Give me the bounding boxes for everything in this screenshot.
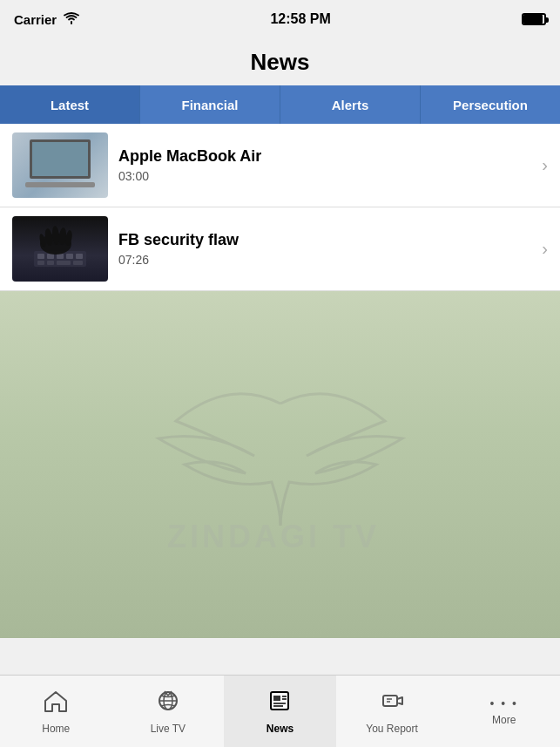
brand-logo: ZINDAGI TV — [0, 291, 560, 638]
page-title: News — [251, 49, 310, 76]
svg-rect-9 — [73, 261, 83, 265]
svg-rect-4 — [66, 254, 73, 259]
youreport-icon — [380, 689, 404, 719]
page-header: News — [0, 38, 560, 85]
time-label: 12:58 PM — [270, 11, 330, 26]
wifi-icon — [64, 12, 79, 27]
svg-rect-6 — [37, 261, 44, 265]
news-thumbnail-1 — [12, 132, 108, 198]
tab-livetv-label: Live TV — [151, 723, 186, 735]
status-bar: Carrier 12:58 PM — [0, 0, 560, 38]
svg-rect-1 — [37, 254, 44, 259]
tab-youreport[interactable]: You Report — [336, 676, 449, 747]
news-list: Apple MacBook Air 03:00 › — [0, 124, 560, 291]
tab-persecution[interactable]: Persecution — [421, 85, 560, 124]
svg-rect-21 — [273, 696, 280, 701]
tab-youreport-label: You Report — [366, 723, 418, 735]
news-time-1: 03:00 — [118, 169, 531, 183]
svg-text:ZINDAGI TV: ZINDAGI TV — [167, 519, 380, 554]
livetv-icon — [156, 689, 180, 719]
tab-latest[interactable]: Latest — [0, 85, 140, 124]
chevron-right-icon-2: › — [542, 239, 548, 259]
tab-more-label: More — [492, 714, 516, 726]
tab-news-label: News — [267, 723, 293, 735]
news-title-2: FB security flaw — [118, 231, 531, 249]
tab-home-label: Home — [42, 723, 70, 735]
news-item-fb[interactable]: FB security flaw 07:26 › — [0, 207, 560, 291]
tab-home[interactable]: Home — [0, 676, 112, 747]
svg-marker-27 — [397, 697, 402, 704]
news-content-2: FB security flaw 07:26 — [108, 231, 542, 267]
watermark-area: ZINDAGI TV — [0, 291, 560, 638]
news-thumbnail-2 — [12, 216, 108, 282]
tab-livetv[interactable]: Live TV — [112, 676, 225, 747]
news-title-1: Apple MacBook Air — [118, 147, 531, 166]
svg-rect-8 — [57, 261, 71, 265]
svg-rect-2 — [47, 254, 54, 259]
carrier-label: Carrier — [14, 12, 57, 27]
news-icon — [267, 689, 292, 719]
more-icon: • • • — [489, 696, 517, 710]
battery-icon — [522, 13, 546, 25]
chevron-right-icon-1: › — [542, 155, 548, 175]
news-item-macbook[interactable]: Apple MacBook Air 03:00 › — [0, 124, 560, 207]
svg-rect-5 — [76, 254, 83, 259]
tab-financial[interactable]: Financial — [140, 85, 280, 124]
home-icon — [44, 689, 68, 719]
news-content-1: Apple MacBook Air 03:00 — [108, 147, 542, 183]
tab-alerts[interactable]: Alerts — [280, 85, 421, 124]
bottom-tab-bar: Home Live TV New — [0, 675, 560, 747]
svg-rect-26 — [383, 696, 397, 706]
tab-more[interactable]: • • • More — [448, 676, 560, 747]
top-tab-bar: Latest Financial Alerts Persecution — [0, 85, 560, 124]
news-time-2: 07:26 — [118, 253, 531, 267]
svg-rect-7 — [47, 261, 54, 265]
tab-news[interactable]: News — [224, 676, 336, 747]
